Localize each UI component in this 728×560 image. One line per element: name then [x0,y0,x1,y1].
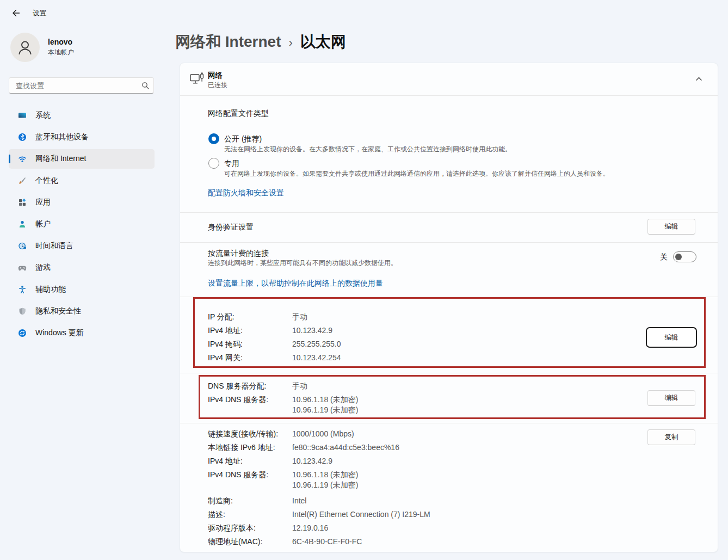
sidebar-item-gaming[interactable]: 游戏 [9,258,155,278]
toggle-knob [675,254,682,260]
breadcrumb-parent[interactable]: 网络和 Internet [175,32,281,52]
radio-public-description: 无法在网络上发现你的设备。在大多数情况下，在家庭、工作或公共位置连接到网络时使用… [224,145,511,153]
table-row: 链接速度(接收/传输): 1000/1000 (Mbps) [208,427,430,441]
table-row: IPv4 地址: 10.123.42.9 [208,324,341,337]
firewall-settings-link[interactable]: 配置防火墙和安全设置 [208,187,284,198]
divider [180,212,718,213]
sidebar-item-network-internet[interactable]: 网络和 Internet [9,149,155,169]
ip-edit-button[interactable]: 编辑 [646,327,697,348]
sidebar-item-label: 隐私和安全性 [35,306,81,316]
sidebar-item-bluetooth[interactable]: 蓝牙和其他设备 [9,127,155,147]
accessibility-icon [18,285,27,294]
breadcrumb-separator: › [288,36,292,50]
breadcrumb: 网络和 Internet › 以太网 [175,32,346,52]
chevron-up-icon[interactable] [695,75,703,83]
row-label: IPv4 DNS 服务器: [208,393,292,415]
row-label: IPv4 DNS 服务器: [208,468,292,490]
profile-type-title: 网络配置文件类型 [208,108,269,119]
row-value: 10.123.42.254 [292,351,341,365]
adapter-properties-section: 链接速度(接收/传输): 1000/1000 (Mbps) 本地链接 IPv6 … [208,427,430,549]
system-icon [18,111,27,120]
table-row: 本地链接 IPv6 地址: fe80::9ca4:a44d:c5e3:beec%… [208,441,430,454]
auth-edit-button[interactable]: 编辑 [647,219,695,235]
sidebar-item-label: 帐户 [35,219,51,229]
auth-settings-title: 身份验证设置 [208,221,254,232]
sidebar-item-accessibility[interactable]: 辅助功能 [9,280,155,299]
sidebar-item-personalization[interactable]: 个性化 [9,171,155,190]
row-label: 物理地址(MAC): [208,535,292,549]
user-name: lenovo [48,38,74,46]
ethernet-icon [189,72,205,85]
table-row: 描述: Intel(R) Ethernet Connection (7) I21… [208,508,430,521]
row-value: fe80::9ca4:a44d:c5e3:beec%16 [292,441,399,454]
copy-button[interactable]: 复制 [647,429,695,445]
radio-private-label: 专用 [224,158,239,169]
data-limit-link[interactable]: 设置流量上限，以帮助控制在此网络上的数据使用量 [208,278,383,288]
table-row: IPv4 掩码: 255.255.255.0 [208,337,341,351]
row-label: IP 分配: [208,310,292,324]
sidebar-item-label: Windows 更新 [35,328,84,338]
sidebar-item-apps[interactable]: 应用 [9,193,155,212]
row-value: 1000/1000 (Mbps) [292,427,354,441]
person-icon [16,38,34,57]
table-row: IPv4 DNS 服务器: 10.96.1.18 (未加密) 10.96.1.1… [208,468,430,490]
sidebar-item-label: 游戏 [35,263,51,273]
sidebar-item-privacy-security[interactable]: 隐私和安全性 [9,301,155,321]
divider [180,242,718,243]
metered-description: 连接到此网络时，某些应用可能具有不同的功能以减少数据使用。 [208,259,397,267]
sidebar-item-time-language[interactable]: 时间和语言 [9,236,155,256]
time-language-icon [18,242,27,250]
row-value: 12.19.0.16 [292,521,328,535]
search-icon [141,82,149,89]
radio-private-description: 可在网络上发现你的设备。如果需要文件共享或使用通过此网络通信的应用，请选择此选项… [224,169,609,178]
row-value: 255.255.255.0 [292,337,341,351]
metered-title: 按流量计费的连接 [208,248,269,259]
row-value: 6C-4B-90-CE-F0-FC [292,535,362,549]
user-profile[interactable]: lenovo 本地帐户 [10,33,74,62]
row-value: 10.96.1.18 (未加密) 10.96.1.19 (未加密) [292,468,358,490]
row-label: 驱动程序版本: [208,521,292,535]
dns-server-2: 10.96.1.19 (未加密) [292,405,358,415]
table-row: 制造商: Intel [208,494,430,508]
dns-section: DNS 服务器分配: 手动 IPv4 DNS 服务器: 10.96.1.18 (… [208,379,358,419]
radio-private[interactable] [208,158,219,169]
divider [180,373,718,373]
search-input[interactable] [9,77,154,94]
ip-assignment-section: IP 分配: 手动 IPv4 地址: 10.123.42.9 IPv4 掩码: … [208,310,341,365]
sidebar-nav: 系统 蓝牙和其他设备 网络和 Internet 个性化 [9,106,155,345]
row-label: 本地链接 IPv6 地址: [208,441,292,454]
personalization-icon [18,176,27,185]
radio-public-label: 公开 (推荐) [224,133,262,144]
dns-server-1: 10.96.1.18 (未加密) [292,395,358,405]
network-expander-header[interactable]: 网络 已连接 [180,63,718,95]
table-row: DNS 服务器分配: 手动 [208,379,358,393]
row-value: Intel [292,494,306,508]
dns-server-2: 10.96.1.19 (未加密) [292,480,358,490]
row-value: 10.123.42.9 [292,324,332,337]
sidebar-item-label: 辅助功能 [35,285,66,294]
row-value: Intel(R) Ethernet Connection (7) I219-LM [292,508,430,521]
row-label: 描述: [208,508,292,521]
user-account-type: 本地帐户 [48,48,74,57]
radio-public[interactable] [208,133,219,144]
sidebar-item-accounts[interactable]: 帐户 [9,214,155,234]
row-label: IPv4 地址: [208,454,292,468]
sidebar-item-windows-update[interactable]: Windows 更新 [9,323,155,343]
windows-update-icon [18,329,27,337]
page-title: 以太网 [300,32,346,52]
row-value: 手动 [292,379,307,393]
row-label: IPv4 掩码: [208,337,292,351]
avatar [10,33,40,62]
sidebar-item-label: 时间和语言 [35,241,73,251]
network-card-status: 已连接 [208,81,227,90]
row-label: 制造商: [208,494,292,508]
sidebar-item-system[interactable]: 系统 [9,106,155,125]
divider [180,423,718,423]
back-button[interactable] [9,7,23,20]
table-row: 物理地址(MAC): 6C-4B-90-CE-F0-FC [208,535,430,549]
network-icon [18,155,27,163]
divider [180,95,718,96]
dns-edit-button[interactable]: 编辑 [647,390,695,406]
privacy-shield-icon [18,307,27,316]
metered-toggle[interactable] [673,251,696,262]
